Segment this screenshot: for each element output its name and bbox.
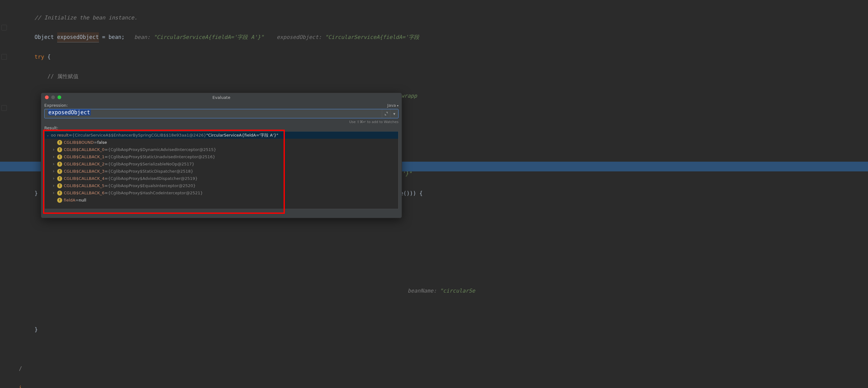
inline-hint: bean: "CircularServiceA{fieldA='字段 A'}" bbox=[134, 34, 264, 40]
var-type: {CircularServiceA$$EnhancerBySpringCGLIB… bbox=[72, 133, 206, 137]
result-row[interactable]: fCGLIB$CALLBACK_3 = {CglibAopProxy$Stati… bbox=[44, 168, 398, 175]
expression-input[interactable]: exposedObject bbox=[44, 109, 382, 118]
var-name: fieldA bbox=[64, 198, 75, 202]
var-type: {CglibAopProxy$AdvisedDispatcher@2519} bbox=[108, 176, 198, 181]
var-type: {CglibAopProxy$StaticUnadvisedIntercepto… bbox=[108, 155, 215, 159]
var-name: CGLIB$CALLBACK_6 bbox=[64, 191, 104, 195]
field-icon: f bbox=[57, 169, 62, 174]
expression-label: Expression: bbox=[44, 103, 68, 108]
result-row[interactable]: fCGLIB$BOUND = false bbox=[44, 139, 398, 146]
result-row[interactable]: ffieldA = null bbox=[44, 196, 398, 204]
field-icon: f bbox=[57, 162, 62, 167]
chevron-right-icon[interactable] bbox=[53, 162, 57, 167]
dialog-titlebar[interactable]: Evaluate bbox=[41, 93, 402, 102]
var-value: false bbox=[97, 140, 107, 145]
field-icon: f bbox=[57, 155, 62, 159]
expand-icon[interactable] bbox=[382, 109, 390, 118]
evaluate-dialog: Evaluate Expression: Java exposedObject … bbox=[41, 93, 402, 218]
code-type: Object bbox=[35, 34, 54, 40]
var-name: CGLIB$CALLBACK_3 bbox=[64, 169, 104, 173]
field-icon: f bbox=[57, 183, 62, 188]
result-row[interactable]: fCGLIB$CALLBACK_0 = {CglibAopProxy$Dynam… bbox=[44, 146, 398, 153]
result-panel[interactable]: ooresult = {CircularServiceA$$EnhancerBy… bbox=[44, 131, 399, 209]
field-icon: f bbox=[57, 176, 62, 181]
var-value: null bbox=[79, 198, 86, 202]
dialog-title: Evaluate bbox=[41, 95, 402, 100]
var-name: CGLIB$CALLBACK_4 bbox=[64, 176, 104, 181]
code-comment: // Initialize the bean instance. bbox=[35, 14, 137, 21]
chevron-right-icon[interactable] bbox=[53, 183, 57, 188]
result-row[interactable]: ooresult = {CircularServiceA$$EnhancerBy… bbox=[44, 132, 398, 139]
result-row[interactable]: fCGLIB$CALLBACK_6 = {CglibAopProxy$HashC… bbox=[44, 189, 398, 196]
var-name: CGLIB$CALLBACK_1 bbox=[64, 155, 104, 159]
code-comment: // 属性赋值 bbox=[48, 73, 79, 79]
chevron-right-icon[interactable] bbox=[53, 169, 57, 174]
var-name: CGLIB$CALLBACK_0 bbox=[64, 147, 104, 152]
var-type: {CglibAopProxy$EqualsInterceptor@2520} bbox=[108, 183, 196, 188]
chevron-right-icon[interactable] bbox=[53, 155, 57, 159]
history-dropdown-icon[interactable]: ▾ bbox=[390, 109, 398, 118]
field-icon: f bbox=[57, 191, 62, 196]
var-type: {CglibAopProxy$StaticDispatcher@2518} bbox=[108, 169, 193, 173]
inline-hint: beanName: "circularSe bbox=[408, 288, 475, 294]
result-row[interactable]: fCGLIB$CALLBACK_1 = {CglibAopProxy$Stati… bbox=[44, 153, 398, 160]
field-icon: f bbox=[57, 140, 62, 145]
chevron-down-icon[interactable] bbox=[46, 133, 51, 137]
field-icon: f bbox=[57, 147, 62, 152]
code-fragment: / bbox=[9, 364, 868, 374]
var-name: CGLIB$BOUND bbox=[64, 140, 94, 145]
code-fragment: i bbox=[19, 385, 22, 388]
var-name: CGLIB$CALLBACK_5 bbox=[64, 183, 104, 188]
chevron-right-icon[interactable] bbox=[53, 176, 57, 181]
var-type: {CglibAopProxy$HashCodeInterceptor@2521} bbox=[108, 191, 203, 195]
code-var: exposedObject bbox=[57, 32, 99, 42]
result-row[interactable]: fCGLIB$CALLBACK_5 = {CglibAopProxy$Equal… bbox=[44, 182, 398, 189]
var-name: CGLIB$CALLBACK_2 bbox=[64, 162, 104, 166]
var-type: {CglibAopProxy$SerializableNoOp@2517} bbox=[108, 162, 194, 166]
result-row[interactable]: fCGLIB$CALLBACK_2 = {CglibAopProxy$Seria… bbox=[44, 160, 398, 168]
var-name: result bbox=[57, 133, 69, 137]
code-brace: } bbox=[35, 190, 38, 196]
watches-hint: Use ⇧⌘↵ to add to Watches bbox=[44, 120, 399, 124]
expression-input-wrap: exposedObject ▾ bbox=[44, 109, 399, 118]
field-icon: f bbox=[57, 198, 62, 203]
code-brace: } bbox=[35, 326, 38, 333]
object-icon: oo bbox=[51, 133, 56, 137]
chevron-right-icon[interactable] bbox=[53, 147, 57, 152]
var-value: "CircularServiceA{fieldA='字段 A'}" bbox=[206, 132, 279, 138]
code-keyword: try bbox=[35, 54, 44, 60]
result-label: Result: bbox=[44, 126, 399, 130]
var-type: {CglibAopProxy$DynamicAdvisedInterceptor… bbox=[108, 147, 216, 152]
language-dropdown[interactable]: Java bbox=[387, 103, 399, 108]
inline-hint: exposedObject: "CircularServiceA{fieldA=… bbox=[277, 34, 419, 40]
chevron-right-icon[interactable] bbox=[53, 191, 57, 196]
result-row[interactable]: fCGLIB$CALLBACK_4 = {CglibAopProxy$Advis… bbox=[44, 175, 398, 182]
